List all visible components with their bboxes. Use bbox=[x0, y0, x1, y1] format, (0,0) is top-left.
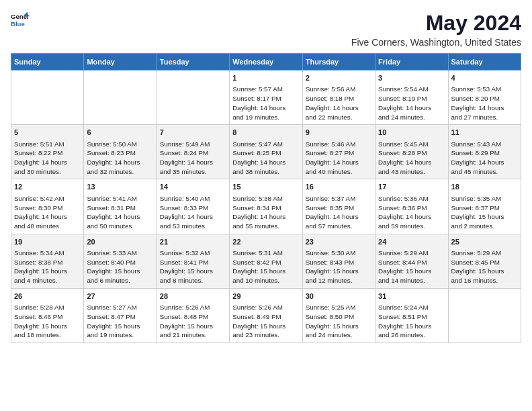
day-number: 20 bbox=[87, 237, 153, 247]
day-info: Sunrise: 5:25 AM Sunset: 8:50 PM Dayligh… bbox=[306, 303, 372, 340]
calendar-cell: 4Sunrise: 5:53 AM Sunset: 8:20 PM Daylig… bbox=[448, 71, 521, 125]
day-info: Sunrise: 5:51 AM Sunset: 8:22 PM Dayligh… bbox=[14, 140, 81, 177]
main-title: May 2024 bbox=[351, 11, 521, 36]
week-row-4: 19Sunrise: 5:34 AM Sunset: 8:38 PM Dayli… bbox=[11, 234, 521, 288]
calendar-cell: 11Sunrise: 5:43 AM Sunset: 8:29 PM Dayli… bbox=[448, 125, 521, 179]
day-number: 30 bbox=[306, 291, 372, 302]
day-number: 3 bbox=[378, 73, 445, 83]
day-info: Sunrise: 5:26 AM Sunset: 8:48 PM Dayligh… bbox=[160, 303, 226, 340]
day-number: 10 bbox=[378, 128, 445, 138]
calendar-cell: 8Sunrise: 5:47 AM Sunset: 8:25 PM Daylig… bbox=[230, 125, 302, 179]
day-info: Sunrise: 5:56 AM Sunset: 8:18 PM Dayligh… bbox=[306, 85, 372, 122]
calendar-cell: 26Sunrise: 5:28 AM Sunset: 8:46 PM Dayli… bbox=[11, 288, 84, 342]
day-info: Sunrise: 5:47 AM Sunset: 8:25 PM Dayligh… bbox=[232, 140, 299, 177]
header-cell-monday: Monday bbox=[84, 54, 157, 71]
day-info: Sunrise: 5:26 AM Sunset: 8:49 PM Dayligh… bbox=[232, 303, 299, 340]
day-number: 28 bbox=[160, 291, 226, 302]
day-info: Sunrise: 5:35 AM Sunset: 8:37 PM Dayligh… bbox=[451, 194, 518, 231]
day-info: Sunrise: 5:29 AM Sunset: 8:45 PM Dayligh… bbox=[451, 248, 518, 285]
day-number: 11 bbox=[451, 128, 518, 138]
calendar-cell: 7Sunrise: 5:49 AM Sunset: 8:24 PM Daylig… bbox=[157, 125, 229, 179]
day-info: Sunrise: 5:30 AM Sunset: 8:43 PM Dayligh… bbox=[306, 248, 372, 285]
calendar-cell: 20Sunrise: 5:33 AM Sunset: 8:40 PM Dayli… bbox=[84, 234, 157, 288]
logo: General Blue bbox=[11, 11, 30, 30]
calendar-cell: 24Sunrise: 5:29 AM Sunset: 8:44 PM Dayli… bbox=[375, 234, 448, 288]
calendar-cell bbox=[157, 71, 229, 125]
day-number: 27 bbox=[87, 291, 153, 302]
day-info: Sunrise: 5:50 AM Sunset: 8:23 PM Dayligh… bbox=[87, 140, 153, 177]
day-info: Sunrise: 5:49 AM Sunset: 8:24 PM Dayligh… bbox=[160, 140, 226, 177]
day-info: Sunrise: 5:43 AM Sunset: 8:29 PM Dayligh… bbox=[451, 140, 518, 177]
day-number: 7 bbox=[160, 128, 226, 138]
day-number: 6 bbox=[87, 128, 153, 138]
calendar-cell: 30Sunrise: 5:25 AM Sunset: 8:50 PM Dayli… bbox=[302, 288, 375, 342]
day-info: Sunrise: 5:46 AM Sunset: 8:27 PM Dayligh… bbox=[306, 140, 372, 177]
header-cell-sunday: Sunday bbox=[11, 54, 84, 71]
day-info: Sunrise: 5:57 AM Sunset: 8:17 PM Dayligh… bbox=[232, 85, 299, 122]
calendar-body: 1Sunrise: 5:57 AM Sunset: 8:17 PM Daylig… bbox=[11, 71, 521, 343]
calendar-cell: 23Sunrise: 5:30 AM Sunset: 8:43 PM Dayli… bbox=[302, 234, 375, 288]
calendar-cell: 21Sunrise: 5:32 AM Sunset: 8:41 PM Dayli… bbox=[157, 234, 229, 288]
calendar-cell: 2Sunrise: 5:56 AM Sunset: 8:18 PM Daylig… bbox=[302, 71, 375, 125]
header-cell-tuesday: Tuesday bbox=[157, 54, 229, 71]
day-number: 17 bbox=[378, 182, 445, 192]
calendar-cell: 12Sunrise: 5:42 AM Sunset: 8:30 PM Dayli… bbox=[11, 179, 84, 234]
day-number: 5 bbox=[14, 128, 81, 138]
calendar-cell: 6Sunrise: 5:50 AM Sunset: 8:23 PM Daylig… bbox=[84, 125, 157, 179]
calendar-cell: 29Sunrise: 5:26 AM Sunset: 8:49 PM Dayli… bbox=[230, 288, 302, 342]
day-number: 23 bbox=[306, 237, 372, 247]
calendar-cell: 13Sunrise: 5:41 AM Sunset: 8:31 PM Dayli… bbox=[84, 179, 157, 234]
day-number: 2 bbox=[306, 73, 372, 83]
calendar-cell: 27Sunrise: 5:27 AM Sunset: 8:47 PM Dayli… bbox=[84, 288, 157, 342]
day-info: Sunrise: 5:36 AM Sunset: 8:36 PM Dayligh… bbox=[378, 194, 445, 231]
day-info: Sunrise: 5:54 AM Sunset: 8:19 PM Dayligh… bbox=[378, 85, 445, 122]
calendar-cell: 28Sunrise: 5:26 AM Sunset: 8:48 PM Dayli… bbox=[157, 288, 229, 342]
day-info: Sunrise: 5:53 AM Sunset: 8:20 PM Dayligh… bbox=[451, 85, 518, 122]
day-info: Sunrise: 5:37 AM Sunset: 8:35 PM Dayligh… bbox=[306, 194, 372, 231]
day-info: Sunrise: 5:27 AM Sunset: 8:47 PM Dayligh… bbox=[87, 303, 153, 340]
day-info: Sunrise: 5:28 AM Sunset: 8:46 PM Dayligh… bbox=[14, 303, 81, 340]
day-number: 14 bbox=[160, 182, 226, 192]
day-info: Sunrise: 5:38 AM Sunset: 8:34 PM Dayligh… bbox=[232, 194, 299, 231]
title-block: May 2024 Five Corners, Washington, Unite… bbox=[351, 11, 521, 48]
day-number: 1 bbox=[232, 73, 299, 83]
day-number: 26 bbox=[14, 291, 81, 302]
week-row-3: 12Sunrise: 5:42 AM Sunset: 8:30 PM Dayli… bbox=[11, 179, 521, 234]
day-number: 19 bbox=[14, 237, 81, 247]
day-number: 9 bbox=[306, 128, 372, 138]
day-number: 16 bbox=[306, 182, 372, 192]
page-header: General Blue May 2024 Five Corners, Wash… bbox=[11, 11, 521, 48]
calendar-cell: 17Sunrise: 5:36 AM Sunset: 8:36 PM Dayli… bbox=[375, 179, 448, 234]
day-info: Sunrise: 5:34 AM Sunset: 8:38 PM Dayligh… bbox=[14, 248, 81, 285]
day-info: Sunrise: 5:32 AM Sunset: 8:41 PM Dayligh… bbox=[160, 248, 226, 285]
day-info: Sunrise: 5:31 AM Sunset: 8:42 PM Dayligh… bbox=[232, 248, 299, 285]
calendar-header: SundayMondayTuesdayWednesdayThursdayFrid… bbox=[11, 54, 521, 71]
subtitle: Five Corners, Washington, United States bbox=[351, 37, 521, 48]
day-number: 21 bbox=[160, 237, 226, 247]
calendar-cell: 10Sunrise: 5:45 AM Sunset: 8:28 PM Dayli… bbox=[375, 125, 448, 179]
calendar-cell: 3Sunrise: 5:54 AM Sunset: 8:19 PM Daylig… bbox=[375, 71, 448, 125]
calendar-cell bbox=[11, 71, 84, 125]
calendar-cell: 16Sunrise: 5:37 AM Sunset: 8:35 PM Dayli… bbox=[302, 179, 375, 234]
calendar-cell: 15Sunrise: 5:38 AM Sunset: 8:34 PM Dayli… bbox=[230, 179, 302, 234]
calendar-cell: 25Sunrise: 5:29 AM Sunset: 8:45 PM Dayli… bbox=[448, 234, 521, 288]
calendar-cell: 9Sunrise: 5:46 AM Sunset: 8:27 PM Daylig… bbox=[302, 125, 375, 179]
day-number: 29 bbox=[232, 291, 299, 302]
day-number: 13 bbox=[87, 182, 153, 192]
header-row: SundayMondayTuesdayWednesdayThursdayFrid… bbox=[11, 54, 521, 71]
week-row-5: 26Sunrise: 5:28 AM Sunset: 8:46 PM Dayli… bbox=[11, 288, 521, 342]
day-number: 15 bbox=[232, 182, 299, 192]
day-number: 18 bbox=[451, 182, 518, 192]
header-cell-friday: Friday bbox=[375, 54, 448, 71]
day-number: 12 bbox=[14, 182, 81, 192]
calendar-cell: 19Sunrise: 5:34 AM Sunset: 8:38 PM Dayli… bbox=[11, 234, 84, 288]
logo-icon: General Blue bbox=[11, 11, 30, 30]
svg-text:Blue: Blue bbox=[11, 20, 25, 28]
day-number: 31 bbox=[378, 291, 445, 302]
day-info: Sunrise: 5:33 AM Sunset: 8:40 PM Dayligh… bbox=[87, 248, 153, 285]
calendar-cell bbox=[448, 288, 521, 342]
calendar-cell bbox=[84, 71, 157, 125]
calendar-cell: 5Sunrise: 5:51 AM Sunset: 8:22 PM Daylig… bbox=[11, 125, 84, 179]
header-cell-thursday: Thursday bbox=[302, 54, 375, 71]
day-info: Sunrise: 5:24 AM Sunset: 8:51 PM Dayligh… bbox=[378, 303, 445, 340]
